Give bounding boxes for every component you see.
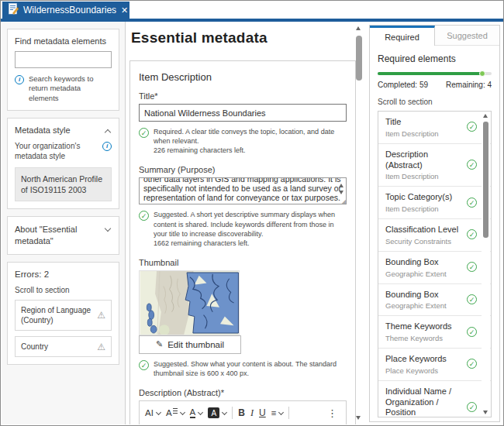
error-item-label: Country: [21, 342, 48, 352]
section-title: Title: [385, 117, 460, 128]
font-size-button[interactable]: A: [166, 408, 185, 417]
title-input[interactable]: [139, 104, 347, 122]
close-tab-icon[interactable]: ✕: [121, 5, 128, 15]
edit-thumbnail-button[interactable]: ✎ Edit thumbnail: [139, 335, 241, 354]
check-circle-icon: ✓: [139, 128, 149, 138]
pencil-icon: ✎: [156, 339, 163, 349]
section-subtitle: Item Description: [385, 172, 460, 180]
metadata-document-icon: [9, 3, 19, 18]
search-input[interactable]: [16, 52, 111, 67]
align-button[interactable]: ≡: [271, 408, 284, 417]
summary-line: representation of land for conveyance or…: [143, 193, 333, 202]
find-elements-label: Find metadata elements: [15, 36, 112, 46]
more-options-icon[interactable]: ⋮: [324, 407, 340, 419]
underline-button[interactable]: U: [259, 407, 266, 418]
required-elements-header: Required elements: [378, 53, 492, 64]
tab-required[interactable]: Required: [370, 26, 435, 46]
required-elements-panel: Required Suggested Required elements Com…: [369, 25, 500, 422]
summary-textarea[interactable]: other data layers in GIS and mapping app…: [139, 177, 347, 204]
sidebar: Find metadata elements i Search keywords…: [2, 22, 126, 424]
resize-grip-icon[interactable]: ◢: [341, 198, 346, 204]
editor-toolbar: AI A A A B I U ≡: [140, 401, 346, 424]
page-title: Essential metadata: [131, 29, 268, 46]
scrollbar-thumb[interactable]: [356, 36, 362, 81]
section-subtitle: Item Description: [385, 204, 460, 213]
chevron-down-icon[interactable]: [105, 225, 111, 232]
title-field-label: Title*: [139, 91, 347, 101]
scrollbar-up-icon[interactable]: [356, 26, 361, 30]
check-circle-icon: ✓: [467, 327, 477, 337]
check-circle-icon: ✓: [467, 160, 477, 170]
section-item[interactable]: Individual Name / Organization / Positio…: [378, 381, 491, 417]
text-color-button[interactable]: A: [190, 407, 203, 418]
find-elements-card: Find metadata elements i Search keywords…: [7, 29, 119, 111]
section-item[interactable]: Place Keywords Place Keywords ✓: [378, 349, 491, 381]
search-box: [15, 51, 112, 68]
summary-field-label: Summary (Purpose): [139, 165, 347, 174]
tab-suggested[interactable]: Suggested: [435, 26, 499, 46]
section-item[interactable]: Bounding Box Geographic Extent ✓: [378, 284, 491, 317]
metadata-editor-window: WildernessBoundaries ✕ Find metadata ele…: [0, 0, 504, 426]
section-item[interactable]: Theme Keywords Theme Keywords ✓: [378, 316, 491, 349]
scrollbar-down-icon[interactable]: [356, 416, 361, 420]
chevron-up-icon[interactable]: [105, 129, 111, 136]
scrollbar-up-icon[interactable]: [483, 114, 488, 118]
toolbar-separator: [232, 407, 233, 419]
info-icon: i: [15, 75, 24, 84]
warning-icon: ⚠: [97, 342, 105, 352]
summary-line: other data layers in GIS and mapping app…: [143, 177, 333, 184]
section-subtitle: Theme Keywords: [385, 334, 460, 342]
section-title: Individual Name / Organization / Positio…: [385, 386, 460, 417]
scrollbar-thumb[interactable]: [483, 122, 488, 238]
section-subtitle: Geographic Extent: [385, 301, 460, 310]
progress-bar: [378, 72, 492, 75]
section-title: Bounding Box: [385, 290, 460, 301]
metadata-style-title: Metadata style: [15, 125, 71, 135]
thumbnail-label: Thumbnail: [139, 258, 347, 267]
bold-button[interactable]: B: [238, 407, 245, 418]
section-item[interactable]: Title Item Description ✓: [378, 112, 491, 144]
scroll-up-icon[interactable]: [339, 184, 343, 187]
section-item[interactable]: Bounding Box Geographic Extent ✓: [378, 252, 491, 284]
metadata-style-value: North American Profile of ISO19115 2003: [15, 167, 112, 201]
metadata-style-description: Your organization's metadata style: [15, 141, 99, 161]
error-item-label: Region of Language (Country): [21, 305, 94, 325]
main-scrollbar[interactable]: [354, 25, 364, 421]
italic-button[interactable]: I: [250, 407, 254, 419]
scrollbar-down-icon[interactable]: [483, 411, 488, 414]
check-circle-icon: ✓: [467, 294, 477, 304]
error-item[interactable]: Country ⚠: [15, 336, 112, 357]
summary-line: Source item e015e20bb57c4577afcdf90fe0fd…: [143, 202, 333, 204]
check-circle-icon: ✓: [467, 122, 477, 132]
error-item[interactable]: Region of Language (Country) ⚠: [15, 300, 112, 331]
scroll-down-icon[interactable]: [339, 191, 343, 194]
summary-remaining: 1662 remaining characters left.: [154, 239, 250, 247]
align-icon: ≡: [271, 408, 277, 417]
section-item[interactable]: Topic Category(s) Item Description ✓: [378, 187, 491, 219]
document-tab[interactable]: WildernessBoundaries ✕: [2, 2, 129, 19]
section-subtitle: Security Constraints: [385, 237, 460, 246]
section-list-scrollbar[interactable]: [482, 112, 490, 416]
about-card: About "Essential metadata": [7, 216, 119, 255]
highlight-color-button[interactable]: A: [208, 407, 226, 418]
highlight-icon: A: [208, 407, 219, 418]
check-circle-icon: ✓: [139, 211, 149, 221]
warning-icon: ⚠: [97, 311, 105, 320]
summary-line: specifically not intended to be used as …: [143, 184, 333, 193]
info-icon: i: [102, 142, 112, 151]
summary-hint: Suggested. A short yet descriptive summa…: [154, 211, 335, 237]
section-title: Place Keywords: [385, 354, 460, 365]
errors-card: Errors: 2 Scroll to section Region of La…: [7, 262, 119, 365]
errors-scroll-label: Scroll to section: [15, 286, 112, 294]
section-title: Classification Level: [385, 225, 460, 235]
section-list: Title Item Description ✓ Description (Ab…: [378, 111, 492, 417]
section-item[interactable]: Classification Level Security Constraint…: [378, 219, 491, 252]
tab-title: WildernessBoundaries: [23, 5, 116, 15]
title-hint: Required. A clear title conveys the topi…: [154, 128, 334, 145]
section-title: Theme Keywords: [385, 321, 460, 332]
section-item[interactable]: Description (Abstract) Item Description …: [378, 144, 491, 187]
check-circle-icon: ✓: [467, 262, 477, 272]
font-family-button[interactable]: AI: [145, 408, 161, 417]
progress-fill: [378, 72, 484, 75]
scroll-to-section-label: Scroll to section: [378, 98, 492, 106]
